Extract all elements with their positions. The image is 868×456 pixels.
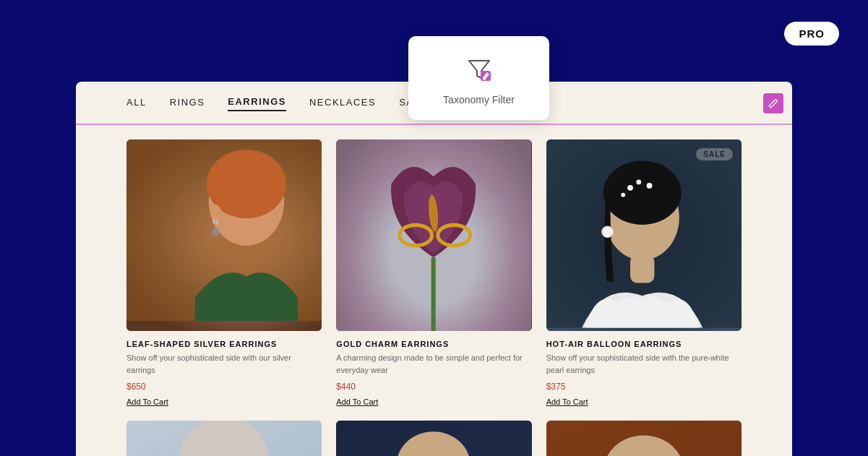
- nav-tab-necklaces[interactable]: NECKLACES: [309, 97, 376, 111]
- add-to-cart-3[interactable]: Add To Cart: [546, 397, 742, 406]
- taxonomy-filter-popup: Taxonomy Filter: [408, 36, 549, 120]
- product-price-3: $375: [546, 382, 742, 392]
- product-image-3: SALE: [546, 139, 742, 331]
- add-to-cart-2[interactable]: Add To Cart: [336, 397, 531, 406]
- nav-tab-all[interactable]: ALL: [126, 97, 147, 111]
- product-name-1: LEAF-SHAPED SILVER EARRINGS: [126, 340, 322, 348]
- product-image-1: [126, 139, 322, 331]
- pro-badge: PRO: [784, 22, 839, 46]
- svg-point-20: [621, 193, 625, 197]
- product-grid: LEAF-SHAPED SILVER EARRINGS Show off you…: [76, 125, 792, 456]
- product-name-2: GOLD CHARM EARRINGS: [336, 340, 531, 348]
- product-price-2: $440: [336, 382, 531, 392]
- product-card-4: [126, 421, 322, 456]
- product-image-4: [126, 421, 322, 456]
- product-image-5: [336, 421, 531, 456]
- svg-point-19: [646, 183, 652, 189]
- svg-point-16: [601, 226, 613, 238]
- product-desc-2: A charming design made to be simple and …: [336, 352, 531, 376]
- svg-point-18: [636, 180, 641, 185]
- svg-point-4: [210, 205, 221, 218]
- product-desc-1: Show off your sophisticated side with ou…: [126, 352, 322, 376]
- taxonomy-filter-title: Taxonomy Filter: [443, 94, 515, 106]
- product-card-6: [546, 421, 742, 456]
- filter-icon: [463, 53, 495, 85]
- svg-point-15: [603, 160, 681, 224]
- product-desc-3: Show off your sophisticated side with th…: [546, 352, 742, 376]
- edit-button[interactable]: [763, 93, 783, 113]
- product-image-2: [336, 139, 531, 331]
- main-content: ALL RINGS EARRINGS NECKLACES SALE NEW: [76, 82, 792, 456]
- svg-point-17: [627, 185, 633, 191]
- product-image-6: [546, 421, 742, 456]
- product-card-5: [336, 421, 531, 456]
- svg-rect-21: [630, 254, 654, 283]
- nav-tab-rings[interactable]: RINGS: [170, 97, 205, 111]
- product-card-3: SALE: [546, 139, 742, 406]
- add-to-cart-1[interactable]: Add To Cart: [126, 397, 322, 406]
- product-price-1: $650: [126, 382, 322, 392]
- product-card-1: LEAF-SHAPED SILVER EARRINGS Show off you…: [126, 139, 322, 406]
- svg-point-7: [212, 228, 220, 236]
- product-card-2: GOLD CHARM EARRINGS A charming design ma…: [336, 139, 531, 406]
- product-name-3: HOT-AIR BALLOON EARRINGS: [546, 340, 742, 348]
- nav-tab-earrings[interactable]: EARRINGS: [228, 96, 286, 111]
